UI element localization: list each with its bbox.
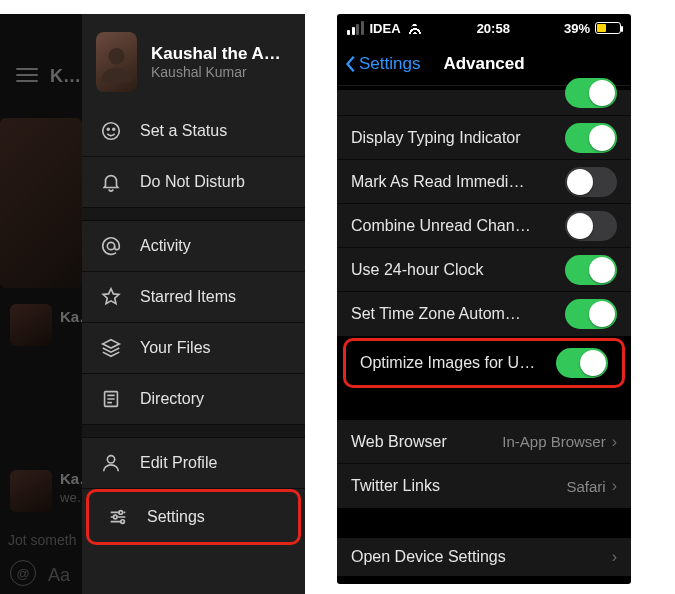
svg-point-7 <box>119 511 123 515</box>
right-screenshot: IDEA 20:58 39% Settings Advanced Display… <box>337 14 631 584</box>
person-icon <box>100 452 122 474</box>
main-view-peek: K… Ka… Ka… we… Jot someth @ Aa <box>0 14 82 594</box>
drawer-item-label: Activity <box>140 237 191 255</box>
activity-item[interactable]: Activity <box>82 221 305 271</box>
svg-point-1 <box>103 123 120 140</box>
chevron-right-icon: › <box>612 477 617 495</box>
peek-avatar-1 <box>10 304 52 346</box>
setting-row-24h[interactable]: Use 24-hour Clock <box>337 248 631 292</box>
battery-pct-label: 39% <box>564 21 590 36</box>
toggle-switch[interactable] <box>565 211 617 241</box>
nav-title: Advanced <box>443 54 524 74</box>
svg-point-9 <box>121 520 125 524</box>
peek-avatar-2 <box>10 470 52 512</box>
setting-row-timezone[interactable]: Set Time Zone Autom… <box>337 292 631 336</box>
drawer-item-label: Edit Profile <box>140 454 217 472</box>
hamburger-icon[interactable] <box>16 68 38 82</box>
svg-point-6 <box>107 456 114 463</box>
setting-label: Display Typing Indicator <box>351 129 521 147</box>
svg-point-8 <box>113 515 117 519</box>
drawer-item-label: Do Not Disturb <box>140 173 245 191</box>
drawer-item-label: Directory <box>140 390 204 408</box>
status-bar: IDEA 20:58 39% <box>337 14 631 42</box>
user-name: Kaushal Kumar <box>151 64 291 82</box>
signal-icon <box>347 21 364 35</box>
setting-label: Optimize Images for U… <box>360 354 535 372</box>
highlight-frame-settings: Settings <box>86 489 301 545</box>
at-icon <box>100 235 122 257</box>
setting-label: Set Time Zone Autom… <box>351 305 521 323</box>
user-avatar <box>96 32 137 92</box>
smiley-icon <box>100 120 122 142</box>
carrier-label: IDEA <box>370 21 401 36</box>
svg-point-4 <box>107 242 114 249</box>
settings-list: Display Typing Indicator Mark As Read Im… <box>337 86 631 576</box>
setting-label: Use 24-hour Clock <box>351 261 484 279</box>
directory-icon <box>100 388 122 410</box>
directory-item[interactable]: Directory <box>82 374 305 424</box>
sliders-icon <box>107 506 129 528</box>
setting-label: Mark As Read Immedi… <box>351 173 524 191</box>
toggle-switch[interactable] <box>565 123 617 153</box>
chevron-right-icon: › <box>612 548 617 566</box>
drawer-item-label: Starred Items <box>140 288 236 306</box>
edit-profile-item[interactable]: Edit Profile <box>82 438 305 488</box>
workspace-title: Kaushal the An… <box>151 43 291 64</box>
highlight-frame-optimize: Optimize Images for U… <box>343 338 625 388</box>
side-drawer: Kaushal the An… Kaushal Kumar Set a Stat… <box>82 14 305 594</box>
left-screenshot: K… Ka… Ka… we… Jot someth @ Aa Kaushal t… <box>0 14 305 594</box>
back-button[interactable]: Settings <box>345 54 420 74</box>
drawer-item-label: Your Files <box>140 339 211 357</box>
wifi-icon <box>407 22 423 34</box>
setting-row-device[interactable]: Open Device Settings › <box>337 538 631 576</box>
setting-label: Web Browser <box>351 433 447 451</box>
svg-point-3 <box>113 128 115 130</box>
peek-row-name: Ka… <box>60 308 82 325</box>
peek-row-sub: we… <box>60 490 82 505</box>
toggle-switch[interactable] <box>565 78 617 108</box>
setting-row-typing[interactable]: Display Typing Indicator <box>337 116 631 160</box>
toggle-switch[interactable] <box>565 167 617 197</box>
drawer-item-label: Set a Status <box>140 122 227 140</box>
setting-label: Open Device Settings <box>351 548 506 566</box>
files-item[interactable]: Your Files <box>82 323 305 373</box>
svg-point-0 <box>108 48 124 64</box>
setting-value: Safari <box>566 478 605 495</box>
setting-row-markread[interactable]: Mark As Read Immedi… <box>337 160 631 204</box>
compose-placeholder[interactable]: Jot someth <box>8 532 76 548</box>
setting-value: In-App Browser <box>502 433 605 450</box>
peek-image-blur <box>0 118 82 288</box>
drawer-item-label: Settings <box>147 508 205 526</box>
toggle-switch[interactable] <box>565 299 617 329</box>
starred-item[interactable]: Starred Items <box>82 272 305 322</box>
format-icon[interactable]: Aa <box>48 565 70 586</box>
chevron-right-icon: › <box>612 433 617 451</box>
setting-row-twitter[interactable]: Twitter Links Safari › <box>337 464 631 508</box>
drawer-header[interactable]: Kaushal the An… Kaushal Kumar <box>82 14 305 106</box>
peek-row-name: Ka… <box>60 470 82 487</box>
mention-icon[interactable]: @ <box>10 560 36 586</box>
set-status-item[interactable]: Set a Status <box>82 106 305 156</box>
peek-title: K… <box>50 66 81 87</box>
clock-label: 20:58 <box>477 21 510 36</box>
svg-point-2 <box>107 128 109 130</box>
star-icon <box>100 286 122 308</box>
setting-row-optimize[interactable]: Optimize Images for U… <box>346 341 622 385</box>
setting-label: Twitter Links <box>351 477 440 495</box>
dnd-item[interactable]: Do Not Disturb <box>82 157 305 207</box>
back-label: Settings <box>359 54 420 74</box>
layers-icon <box>100 337 122 359</box>
setting-row-combine[interactable]: Combine Unread Chan… <box>337 204 631 248</box>
battery-icon <box>595 22 621 34</box>
bell-icon <box>100 171 122 193</box>
setting-row-webbrowser[interactable]: Web Browser In-App Browser › <box>337 420 631 464</box>
setting-label: Combine Unread Chan… <box>351 217 531 235</box>
settings-item[interactable]: Settings <box>89 492 298 542</box>
toggle-switch[interactable] <box>556 348 608 378</box>
toggle-switch[interactable] <box>565 255 617 285</box>
setting-row-partial[interactable] <box>337 90 631 116</box>
